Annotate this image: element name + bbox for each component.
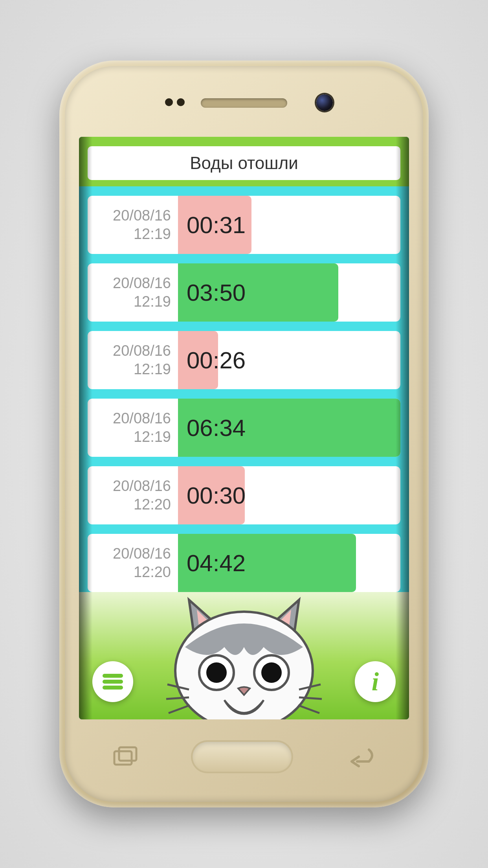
entry-time: 12:19 — [134, 292, 171, 311]
entry-date: 20/08/16 — [113, 206, 171, 225]
back-softkey-icon[interactable] — [345, 746, 376, 768]
front-camera-icon — [316, 94, 333, 111]
svg-rect-11 — [114, 751, 132, 765]
info-icon: i — [372, 669, 379, 695]
duration-bar-wrap: 00:30 — [178, 466, 400, 524]
entry-date: 20/08/16 — [113, 274, 171, 293]
list-item[interactable]: 20/08/1612:1906:34 — [88, 399, 400, 457]
list-item[interactable]: 20/08/1612:1900:31 — [88, 196, 400, 254]
list-item[interactable]: 20/08/1612:1900:26 — [88, 331, 400, 389]
entries-list[interactable]: 20/08/1612:1900:3120/08/1612:1903:5020/0… — [79, 186, 409, 592]
svg-point-3 — [206, 662, 227, 683]
app-root: Воды отошли 20/08/1612:1900:3120/08/1612… — [79, 137, 409, 719]
entry-time: 12:19 — [134, 428, 171, 447]
app-header: Воды отошли — [79, 137, 409, 186]
entry-date: 20/08/16 — [113, 342, 171, 360]
proximity-sensor-icon — [165, 98, 185, 106]
entry-time: 12:20 — [134, 495, 171, 514]
duration-bar-wrap: 06:34 — [178, 399, 400, 457]
entry-datetime: 20/08/1612:19 — [88, 263, 178, 322]
recents-softkey-icon[interactable] — [112, 746, 139, 768]
duration-bar-wrap: 04:42 — [178, 534, 400, 592]
entry-datetime: 20/08/1612:19 — [88, 331, 178, 389]
android-softkeys — [65, 727, 423, 786]
phone-body: Воды отошли 20/08/1612:1900:3120/08/1612… — [65, 66, 423, 802]
svg-line-7 — [169, 705, 190, 713]
entry-time: 12:19 — [134, 225, 171, 244]
menu-button[interactable] — [92, 661, 133, 702]
entry-date: 20/08/16 — [113, 544, 171, 563]
home-button[interactable] — [191, 740, 293, 773]
entry-datetime: 20/08/1612:19 — [88, 399, 178, 457]
duration-bar-wrap: 00:26 — [178, 331, 400, 389]
app-footer: i — [79, 592, 409, 719]
header-title-bar[interactable]: Воды отошли — [88, 146, 400, 180]
duration-bar-wrap: 03:50 — [178, 263, 400, 322]
earpiece-speaker-icon — [201, 98, 287, 108]
duration-text: 00:31 — [187, 211, 246, 239]
entry-date: 20/08/16 — [113, 477, 171, 496]
duration-bar-wrap: 00:31 — [178, 196, 400, 254]
list-item[interactable]: 20/08/1612:2004:42 — [88, 534, 400, 592]
screen: Воды отошли 20/08/1612:1900:3120/08/1612… — [79, 137, 409, 719]
hamburger-icon — [103, 674, 123, 690]
duration-text: 04:42 — [187, 550, 246, 577]
entry-datetime: 20/08/1612:20 — [88, 534, 178, 592]
entry-time: 12:19 — [134, 360, 171, 379]
svg-point-4 — [261, 662, 282, 683]
svg-line-10 — [298, 705, 319, 713]
duration-text: 03:50 — [187, 279, 246, 306]
phone-top-hardware — [65, 66, 423, 137]
svg-rect-12 — [119, 747, 136, 761]
header-title-text: Воды отошли — [190, 153, 298, 173]
entry-datetime: 20/08/1612:19 — [88, 196, 178, 254]
phone-frame: Воды отошли 20/08/1612:1900:3120/08/1612… — [59, 61, 429, 807]
list-item[interactable]: 20/08/1612:2000:30 — [88, 466, 400, 524]
cat-illustration-icon — [161, 588, 327, 719]
list-item[interactable]: 20/08/1612:1903:50 — [88, 263, 400, 322]
duration-text: 06:34 — [187, 414, 246, 441]
duration-text: 00:30 — [187, 482, 246, 509]
entry-datetime: 20/08/1612:20 — [88, 466, 178, 524]
entry-date: 20/08/16 — [113, 409, 171, 428]
duration-text: 00:26 — [187, 347, 246, 374]
entry-time: 12:20 — [134, 563, 171, 582]
info-button[interactable]: i — [355, 661, 396, 702]
